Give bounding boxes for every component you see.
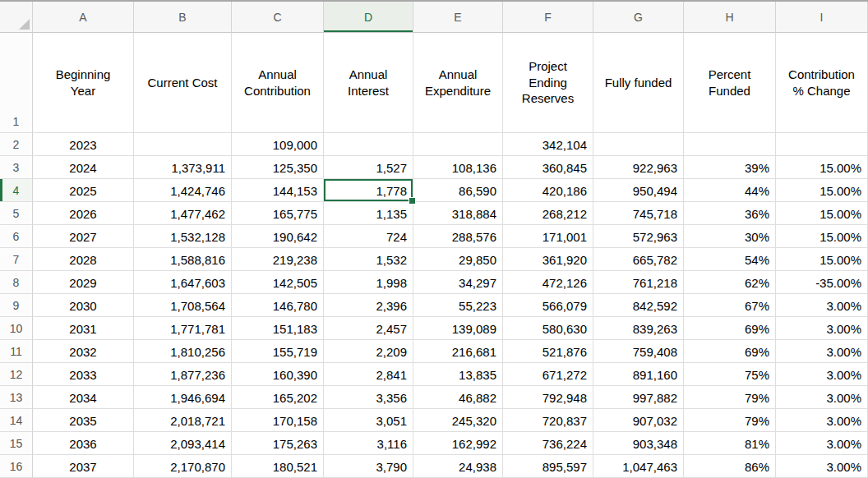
cell-E8[interactable]: 34,297: [413, 271, 503, 294]
column-header-D[interactable]: D: [324, 2, 413, 33]
row-header-6[interactable]: 6: [0, 225, 33, 248]
cell-A10[interactable]: 2031: [33, 317, 134, 340]
cell-F3[interactable]: 360,845: [503, 156, 593, 179]
cell-B7[interactable]: 1,588,816: [134, 248, 232, 271]
row-header-5[interactable]: 5: [0, 202, 33, 225]
cell-C10[interactable]: 151,183: [232, 317, 324, 340]
cell-A13[interactable]: 2034: [33, 386, 134, 409]
cell-G5[interactable]: 745,718: [593, 202, 684, 225]
cell-F13[interactable]: 792,948: [503, 386, 593, 409]
cell-F7[interactable]: 361,920: [503, 248, 593, 271]
cell-G8[interactable]: 761,218: [593, 271, 684, 294]
cell-H13[interactable]: 79%: [684, 386, 776, 409]
cell-B14[interactable]: 2,018,721: [134, 409, 232, 432]
cell-A11[interactable]: 2032: [33, 340, 134, 363]
cell-I8[interactable]: -35.00%: [776, 271, 868, 294]
cell-D3[interactable]: 1,527: [324, 156, 413, 179]
cell-I1[interactable]: Contribution % Change: [776, 33, 868, 133]
cell-B16[interactable]: 2,170,870: [134, 455, 232, 478]
cell-G1[interactable]: Fully funded: [593, 33, 684, 133]
cell-F4[interactable]: 420,186: [503, 179, 593, 202]
row-header-2[interactable]: 2: [0, 133, 33, 156]
cell-A15[interactable]: 2036: [33, 432, 134, 455]
cell-C11[interactable]: 155,719: [232, 340, 324, 363]
cell-G3[interactable]: 922,963: [593, 156, 684, 179]
cell-H16[interactable]: 86%: [684, 455, 776, 478]
cell-C8[interactable]: 142,505: [232, 271, 324, 294]
cell-A2[interactable]: 2023: [33, 133, 134, 156]
cell-A14[interactable]: 2035: [33, 409, 134, 432]
cell-I15[interactable]: 3.00%: [776, 432, 868, 455]
cell-A1[interactable]: Beginning Year: [33, 33, 134, 133]
cell-H4[interactable]: 44%: [684, 179, 776, 202]
cell-I3[interactable]: 15.00%: [776, 156, 868, 179]
cell-C13[interactable]: 165,202: [232, 386, 324, 409]
cell-F2[interactable]: 342,104: [503, 133, 593, 156]
cell-A4[interactable]: 2025: [33, 179, 134, 202]
cell-C4[interactable]: 144,153: [232, 179, 324, 202]
cell-B9[interactable]: 1,708,564: [134, 294, 232, 317]
cell-H12[interactable]: 75%: [684, 363, 776, 386]
cell-E3[interactable]: 108,136: [413, 156, 503, 179]
cell-G4[interactable]: 950,494: [593, 179, 684, 202]
cell-C1[interactable]: Annual Contribution: [232, 33, 324, 133]
row-header-11[interactable]: 11: [0, 340, 33, 363]
cell-C15[interactable]: 175,263: [232, 432, 324, 455]
cell-H10[interactable]: 69%: [684, 317, 776, 340]
cell-I12[interactable]: 3.00%: [776, 363, 868, 386]
cell-A5[interactable]: 2026: [33, 202, 134, 225]
cell-I16[interactable]: 3.00%: [776, 455, 868, 478]
cell-H6[interactable]: 30%: [684, 225, 776, 248]
column-header-B[interactable]: B: [134, 2, 232, 33]
row-header-15[interactable]: 15: [0, 432, 33, 455]
cell-C14[interactable]: 170,158: [232, 409, 324, 432]
cell-G14[interactable]: 907,032: [593, 409, 684, 432]
cell-C2[interactable]: 109,000: [232, 133, 324, 156]
cell-C12[interactable]: 160,390: [232, 363, 324, 386]
row-header-1[interactable]: 1: [0, 33, 33, 133]
cell-I9[interactable]: 3.00%: [776, 294, 868, 317]
column-header-H[interactable]: H: [684, 2, 776, 33]
cell-D14[interactable]: 3,051: [324, 409, 413, 432]
cell-C9[interactable]: 146,780: [232, 294, 324, 317]
cell-G13[interactable]: 997,882: [593, 386, 684, 409]
cell-A3[interactable]: 2024: [33, 156, 134, 179]
cell-H5[interactable]: 36%: [684, 202, 776, 225]
cell-C3[interactable]: 125,350: [232, 156, 324, 179]
column-header-F[interactable]: F: [503, 2, 593, 33]
row-header-10[interactable]: 10: [0, 317, 33, 340]
row-header-9[interactable]: 9: [0, 294, 33, 317]
cell-H8[interactable]: 62%: [684, 271, 776, 294]
cell-F14[interactable]: 720,837: [503, 409, 593, 432]
cell-I7[interactable]: 15.00%: [776, 248, 868, 271]
cell-D12[interactable]: 2,841: [324, 363, 413, 386]
cell-E2[interactable]: [413, 133, 503, 156]
cell-A7[interactable]: 2028: [33, 248, 134, 271]
cell-E4[interactable]: 86,590: [413, 179, 503, 202]
cell-D16[interactable]: 3,790: [324, 455, 413, 478]
cell-E9[interactable]: 55,223: [413, 294, 503, 317]
column-header-A[interactable]: A: [33, 2, 134, 33]
cell-F6[interactable]: 171,001: [503, 225, 593, 248]
row-header-7[interactable]: 7: [0, 248, 33, 271]
cell-G15[interactable]: 903,348: [593, 432, 684, 455]
cell-I13[interactable]: 3.00%: [776, 386, 868, 409]
cell-D5[interactable]: 1,135: [324, 202, 413, 225]
cell-D13[interactable]: 3,356: [324, 386, 413, 409]
cell-F11[interactable]: 521,876: [503, 340, 593, 363]
cell-G11[interactable]: 759,408: [593, 340, 684, 363]
cell-B15[interactable]: 2,093,414: [134, 432, 232, 455]
cell-A16[interactable]: 2037: [33, 455, 134, 478]
cell-D7[interactable]: 1,532: [324, 248, 413, 271]
cell-H14[interactable]: 79%: [684, 409, 776, 432]
cell-I10[interactable]: 3.00%: [776, 317, 868, 340]
cell-E1[interactable]: Annual Expenditure: [413, 33, 503, 133]
cell-D1[interactable]: Annual Interest: [324, 33, 413, 133]
cell-B5[interactable]: 1,477,462: [134, 202, 232, 225]
cell-C16[interactable]: 180,521: [232, 455, 324, 478]
cell-G16[interactable]: 1,047,463: [593, 455, 684, 478]
cell-B10[interactable]: 1,771,781: [134, 317, 232, 340]
cell-G2[interactable]: [593, 133, 684, 156]
cell-B2[interactable]: [134, 133, 232, 156]
cell-A12[interactable]: 2033: [33, 363, 134, 386]
